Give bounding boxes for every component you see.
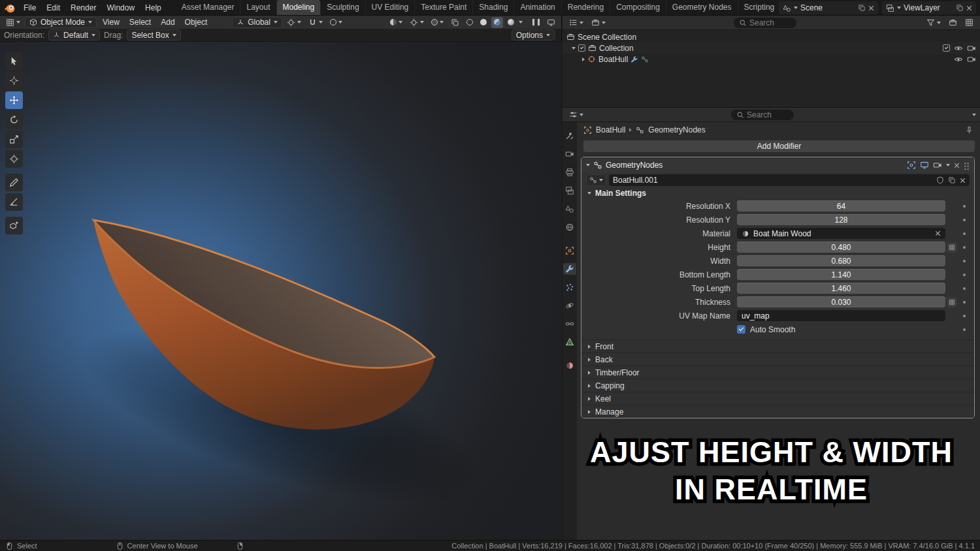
tool-scale[interactable]	[5, 131, 23, 148]
workspace-tab-shading[interactable]: Shading	[473, 0, 514, 15]
modifier-header[interactable]: GeometryNodes	[581, 157, 974, 173]
new-view-layer-icon[interactable]	[956, 4, 964, 12]
collection-selectable-checkbox[interactable]	[943, 44, 950, 52]
viewport-menu-add[interactable]: Add	[157, 18, 178, 27]
collection-expand-icon[interactable]	[572, 47, 576, 50]
pause-preview-button[interactable]	[530, 17, 542, 28]
breadcrumb-modifier[interactable]: GeometryNodes	[648, 125, 705, 134]
pin-icon[interactable]	[965, 126, 973, 134]
top-length-slider[interactable]: 1.460	[737, 283, 945, 294]
input-attribute-toggle[interactable]	[947, 297, 957, 307]
tool-rotate[interactable]	[5, 111, 23, 129]
display-realtime-icon[interactable]	[920, 161, 929, 170]
section-back[interactable]: Back	[581, 353, 974, 366]
viewport-3d[interactable]: Object Mode View Select Add Object Globa…	[0, 16, 562, 540]
xray-toggle-button[interactable]	[448, 17, 462, 28]
properties-editor-type-button[interactable]	[566, 109, 586, 120]
workspace-tab-geometry-nodes[interactable]: Geometry Nodes	[666, 0, 738, 15]
collapse-modifier-icon[interactable]	[586, 164, 590, 166]
unlink-scene-icon[interactable]	[868, 5, 874, 11]
viewport-menu-view[interactable]: View	[99, 18, 123, 27]
width-slider[interactable]: 0.680	[737, 255, 945, 266]
hide-viewport-icon[interactable]	[954, 55, 963, 64]
decorator-dot[interactable]	[963, 301, 966, 304]
outliner-display-mode-button[interactable]	[589, 17, 608, 28]
outliner-options-button[interactable]	[962, 17, 976, 28]
decorator-dot[interactable]	[963, 315, 966, 317]
tab-material[interactable]	[563, 360, 576, 371]
tab-object-data[interactable]	[563, 336, 576, 348]
snap-toggle-button[interactable]	[306, 17, 325, 28]
node-group-field[interactable]: BoatHull.001	[609, 174, 970, 186]
viewport-menu-select[interactable]: Select	[125, 18, 155, 27]
tool-measure[interactable]	[5, 193, 23, 211]
height-slider[interactable]: 0.480	[737, 242, 945, 253]
new-collection-button[interactable]	[946, 17, 960, 28]
outliner-filter-button[interactable]	[924, 17, 943, 28]
snap-target-button[interactable]	[284, 17, 304, 28]
outliner-search-input[interactable]: Search	[734, 18, 796, 28]
main-settings-header[interactable]: Main Settings	[581, 187, 974, 199]
workspace-tab-uv-editing[interactable]: UV Editing	[366, 0, 416, 15]
show-overlays-button[interactable]	[429, 17, 446, 28]
tab-render[interactable]	[563, 148, 576, 160]
input-attribute-toggle[interactable]	[947, 242, 957, 253]
decorator-dot[interactable]	[963, 219, 966, 221]
new-scene-icon[interactable]	[858, 4, 866, 12]
outliner-row-scene-collection[interactable]: Scene Collection	[563, 31, 980, 42]
unlink-node-group-icon[interactable]	[960, 178, 966, 183]
shading-rendered-button[interactable]	[505, 17, 517, 28]
tab-object[interactable]	[563, 245, 576, 257]
section-manage[interactable]: Manage	[581, 405, 974, 418]
tab-scene[interactable]	[563, 203, 576, 215]
shading-dropdown-icon[interactable]	[519, 21, 523, 24]
transform-orientation-dropdown[interactable]: Global	[232, 17, 282, 28]
editor-type-button[interactable]	[3, 17, 23, 28]
hide-viewport-icon[interactable]	[954, 44, 963, 53]
fake-user-shield-icon[interactable]	[936, 176, 944, 184]
tab-world[interactable]	[563, 221, 576, 233]
menu-file[interactable]: File	[18, 0, 41, 16]
blender-logo-icon[interactable]	[4, 2, 16, 14]
tool-cursor[interactable]	[5, 72, 23, 89]
display-render-icon[interactable]	[933, 161, 942, 170]
outliner-row-boathull[interactable]: BoatHull	[563, 54, 980, 65]
options-dropdown[interactable]: Options	[512, 29, 555, 40]
shading-solid-button[interactable]	[478, 17, 489, 28]
resolution-y-slider[interactable]: 128	[737, 214, 945, 225]
tab-output[interactable]	[563, 166, 576, 178]
disable-render-icon[interactable]	[967, 44, 976, 53]
workspace-tab-rendering[interactable]: Rendering	[562, 0, 610, 15]
tab-view-layer[interactable]	[563, 185, 576, 197]
object-expand-icon[interactable]	[582, 57, 585, 61]
viewport-canvas[interactable]	[0, 42, 562, 540]
modifier-name[interactable]: GeometryNodes	[606, 161, 662, 170]
drag-setting-dropdown[interactable]: Select Box	[127, 29, 180, 40]
workspace-tab-asset-manager[interactable]: Asset Manager	[176, 0, 241, 15]
show-gizmo-button[interactable]	[407, 17, 427, 28]
collection-exclude-checkbox[interactable]	[578, 44, 585, 52]
workspace-tab-modeling[interactable]: Modeling	[277, 0, 321, 15]
remove-view-layer-icon[interactable]	[966, 5, 972, 11]
section-timber-floor[interactable]: Timber/Floor	[581, 366, 974, 379]
add-modifier-button[interactable]: Add Modifier	[583, 140, 975, 152]
workspace-tab-animation[interactable]: Animation	[514, 0, 561, 15]
tab-physics[interactable]	[563, 300, 576, 311]
workspace-tab-scripting[interactable]: Scripting	[738, 0, 781, 15]
decorator-dot[interactable]	[963, 232, 966, 235]
decorator-dot[interactable]	[963, 328, 966, 331]
properties-options-icon[interactable]	[972, 114, 976, 116]
menu-edit[interactable]: Edit	[41, 0, 65, 16]
thickness-slider[interactable]: 0.030	[737, 296, 945, 307]
viewport-menu-object[interactable]: Object	[181, 18, 212, 27]
orientation-setting-dropdown[interactable]: Default	[48, 29, 100, 40]
browse-node-group-button[interactable]	[586, 174, 606, 186]
menu-window[interactable]: Window	[101, 0, 140, 16]
shading-wireframe-button[interactable]	[464, 17, 476, 28]
uv-map-name-input[interactable]: uv_map	[737, 310, 945, 321]
tool-annotate[interactable]	[5, 174, 23, 191]
tab-tool[interactable]	[563, 130, 576, 142]
render-preview-button[interactable]	[544, 17, 558, 28]
remove-modifier-icon[interactable]	[954, 163, 960, 168]
duplicate-node-group-icon[interactable]	[948, 176, 956, 184]
